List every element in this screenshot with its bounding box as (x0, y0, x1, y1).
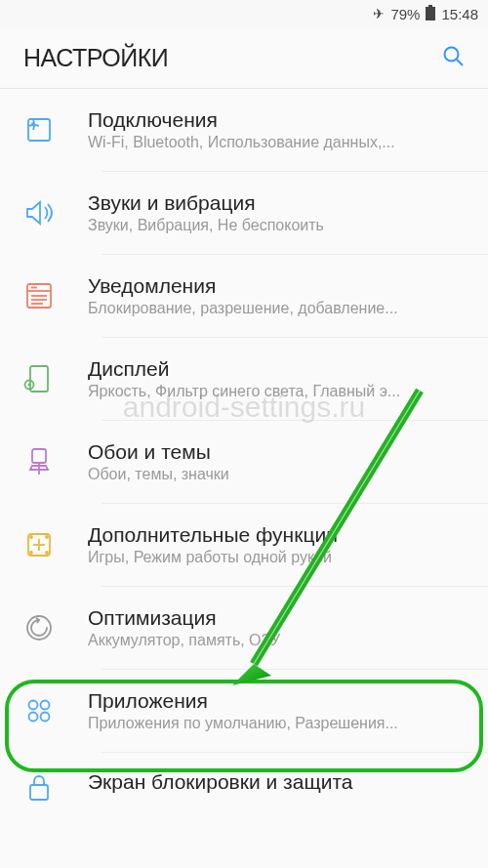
item-title: Экран блокировки и защита (88, 770, 467, 794)
item-subtitle: Приложения по умолчанию, Разрешения... (88, 715, 467, 732)
item-title: Дополнительные функции (88, 523, 467, 547)
svg-rect-1 (428, 5, 432, 7)
battery-percentage: 79% (390, 6, 420, 22)
svg-point-2 (445, 48, 459, 62)
advanced-icon (21, 527, 57, 562)
applications-icon (21, 693, 57, 728)
settings-item-notifications[interactable]: Уведомления Блокирование, разрешение, до… (0, 255, 488, 337)
svg-point-25 (29, 701, 38, 710)
item-title: Дисплей (88, 357, 467, 381)
settings-item-optimization[interactable]: Оптимизация Аккумулятор, память, ОЗУ (0, 587, 488, 669)
svg-rect-4 (28, 119, 50, 141)
item-title: Обои и темы (88, 440, 467, 464)
item-text: Приложения Приложения по умолчанию, Разр… (88, 689, 467, 732)
item-subtitle: Wi-Fi, Bluetooth, Использование данных,.… (88, 134, 467, 151)
item-text: Дисплей Яркость, Фильтр синего света, Гл… (88, 357, 467, 400)
item-subtitle: Игры, Режим работы одной рукой (88, 549, 467, 566)
svg-point-22 (30, 552, 32, 554)
display-icon (21, 361, 57, 396)
item-title: Приложения (88, 689, 467, 713)
svg-point-5 (31, 122, 34, 125)
item-text: Звуки и вибрация Звуки, Вибрация, Не бес… (88, 191, 467, 234)
header: НАСТРОЙКИ (0, 27, 488, 88)
page-title: НАСТРОЙКИ (23, 44, 168, 72)
svg-point-14 (28, 384, 31, 387)
item-text: Оптимизация Аккумулятор, память, ОЗУ (88, 606, 467, 649)
connections-icon (21, 112, 57, 147)
item-subtitle: Аккумулятор, память, ОЗУ (88, 632, 467, 649)
svg-point-28 (41, 713, 50, 722)
settings-item-connections[interactable]: Подключения Wi-Fi, Bluetooth, Использова… (0, 89, 488, 171)
item-text: Дополнительные функции Игры, Режим работ… (88, 523, 467, 566)
clock: 15:48 (441, 6, 478, 22)
settings-list: Подключения Wi-Fi, Bluetooth, Использова… (0, 89, 488, 806)
optimization-icon (21, 610, 57, 645)
svg-rect-29 (30, 785, 48, 800)
svg-point-27 (29, 713, 38, 722)
battery-icon (426, 5, 435, 23)
item-subtitle: Обои, темы, значки (88, 466, 467, 483)
sounds-icon (21, 195, 57, 230)
settings-item-wallpapers[interactable]: Обои и темы Обои, темы, значки (0, 421, 488, 503)
settings-item-lockscreen[interactable]: Экран блокировки и защита (0, 753, 488, 806)
item-subtitle: Яркость, Фильтр синего света, Главный э.… (88, 383, 467, 400)
svg-rect-0 (426, 7, 435, 21)
svg-point-21 (46, 536, 48, 538)
item-title: Уведомления (88, 274, 467, 298)
wallpapers-icon (21, 444, 57, 479)
search-icon[interactable] (441, 44, 465, 71)
svg-point-20 (30, 536, 32, 538)
airplane-mode-icon: ✈ (373, 6, 385, 21)
item-title: Подключения (88, 108, 467, 132)
settings-item-advanced[interactable]: Дополнительные функции Игры, Режим работ… (0, 504, 488, 586)
item-subtitle: Блокирование, разрешение, добавление... (88, 300, 467, 317)
item-title: Оптимизация (88, 606, 467, 630)
settings-item-display[interactable]: Дисплей Яркость, Фильтр синего света, Гл… (0, 338, 488, 420)
notifications-icon (21, 278, 57, 313)
svg-rect-15 (32, 449, 46, 463)
svg-line-3 (457, 60, 463, 65)
svg-point-23 (46, 552, 48, 554)
settings-item-sounds[interactable]: Звуки и вибрация Звуки, Вибрация, Не бес… (0, 172, 488, 254)
lockscreen-icon (21, 770, 57, 806)
settings-item-applications[interactable]: Приложения Приложения по умолчанию, Разр… (0, 670, 488, 752)
item-text: Обои и темы Обои, темы, значки (88, 440, 467, 483)
item-subtitle: Звуки, Вибрация, Не беспокоить (88, 217, 467, 234)
svg-point-26 (41, 701, 50, 710)
status-bar: ✈ 79% 15:48 (0, 0, 488, 27)
item-text: Экран блокировки и защита (88, 770, 467, 796)
item-text: Подключения Wi-Fi, Bluetooth, Использова… (88, 108, 467, 151)
item-title: Звуки и вибрация (88, 191, 467, 215)
item-text: Уведомления Блокирование, разрешение, до… (88, 274, 467, 317)
